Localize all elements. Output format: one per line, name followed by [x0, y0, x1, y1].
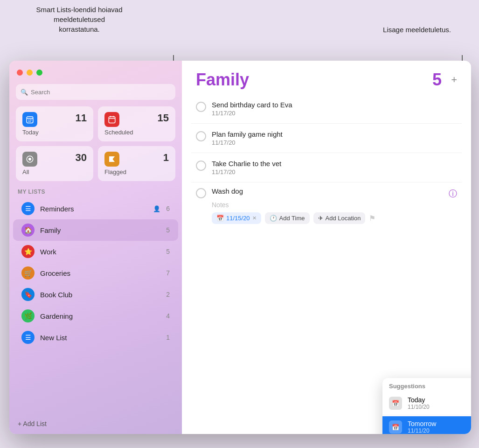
newlist-icon: ☰ — [21, 331, 35, 344]
today-count: 11 — [76, 112, 87, 124]
suggestions-header: Suggestions — [382, 378, 471, 392]
svg-point-8 — [28, 158, 31, 161]
reminders-count: 6 — [166, 205, 170, 212]
reminder-body-4: Wash dog — [212, 187, 443, 195]
work-icon: ⭐ — [21, 245, 35, 258]
work-count: 5 — [166, 248, 170, 255]
suggestion-today-date: 11/10/20 — [408, 404, 430, 410]
sidebar-item-reminders[interactable]: ☰ Reminders 👤 6 — [13, 198, 178, 219]
reminder-checkbox-3[interactable] — [196, 161, 206, 171]
all-count: 30 — [76, 152, 87, 164]
flagged-label: Flagged — [104, 168, 169, 175]
maximize-button[interactable] — [36, 70, 42, 76]
smart-card-scheduled[interactable]: 15 Scheduled — [98, 106, 175, 141]
smart-lists-grid: 17 11 Today — [9, 106, 182, 189]
reminder-title-4: Wash dog — [212, 187, 443, 195]
sidebar-item-family[interactable]: 🏠 Family 5 — [13, 219, 178, 241]
suggestion-today-name: Today — [408, 396, 430, 404]
titlebar — [9, 61, 182, 84]
suggestions-dropdown: Suggestions 📅 Today 11/10/20 📅 Tomorrow … — [382, 378, 471, 434]
list-items: ☰ Reminders 👤 6 🏠 Family 5 ⭐ Work 5 🛒 Gr… — [9, 198, 182, 413]
gardening-count: 4 — [166, 312, 170, 320]
reminder-title-2: Plan family game night — [212, 130, 457, 138]
flag-icon[interactable]: ⚑ — [369, 214, 375, 223]
family-count: 5 — [166, 226, 170, 234]
reminder-checkbox-2[interactable] — [196, 131, 206, 141]
callout-top-left: Smart Lists-loendid hoiavad meeldetuletu… — [14, 5, 145, 34]
suggestion-tomorrow-icon: 📅 — [389, 420, 402, 434]
sidebar-item-bookclub[interactable]: 🔖 Book Club 2 — [13, 284, 178, 305]
family-label: Family — [40, 226, 160, 234]
suggestion-tomorrow-name: Tomorrow — [408, 420, 436, 427]
main-header: Family 5 + — [182, 61, 471, 94]
reminder-checkbox-4[interactable] — [196, 188, 206, 198]
reminder-checkbox-1[interactable] — [196, 102, 206, 112]
smart-card-flagged[interactable]: 1 Flagged — [98, 146, 175, 181]
today-icon: 17 — [22, 112, 37, 127]
sidebar-item-newlist[interactable]: ☰ New List 1 — [13, 327, 178, 348]
smart-card-today[interactable]: 17 11 Today — [16, 106, 93, 141]
reminder-date-3: 11/17/20 — [212, 168, 457, 175]
smart-card-all[interactable]: 30 All — [16, 146, 93, 181]
suggestion-tomorrow-date: 11/11/20 — [408, 427, 436, 434]
reminder-item-wash-dog: Wash dog ⓘ Notes 📅 11/15/20 ✕ 🕐 Add Time — [191, 182, 462, 228]
flagged-icon — [104, 152, 119, 167]
add-location-btn[interactable]: ✈ Add Location — [313, 212, 366, 224]
groceries-label: Groceries — [40, 269, 160, 277]
groceries-count: 7 — [166, 269, 170, 277]
reminder-notes-placeholder[interactable]: Notes — [212, 201, 457, 209]
main-content: Family 5 + Send birthday card to Eva 11/… — [182, 61, 471, 434]
reminder-date-2: 11/17/20 — [212, 139, 457, 146]
reminder-body-3: Take Charlie to the vet 11/17/20 — [212, 160, 457, 175]
sidebar: 🔍 17 11 Today — [9, 61, 182, 434]
family-icon: 🏠 — [21, 224, 35, 237]
sidebar-item-gardening[interactable]: 🌿 Gardening 4 — [13, 305, 178, 327]
gardening-icon: 🌿 — [21, 309, 35, 322]
work-label: Work — [40, 248, 160, 256]
info-icon[interactable]: ⓘ — [449, 188, 457, 199]
add-list-button[interactable]: + Add List — [9, 413, 182, 434]
search-icon: 🔍 — [21, 89, 28, 96]
suggestion-today-icon: 📅 — [389, 397, 402, 410]
app-window: 🔍 17 11 Today — [9, 61, 471, 434]
suggestion-tomorrow[interactable]: 📅 Tomorrow 11/11/20 — [382, 416, 471, 434]
suggestion-tomorrow-body: Tomorrow 11/11/20 — [408, 420, 436, 434]
suggestion-today[interactable]: 📅 Today 11/10/20 — [382, 392, 471, 414]
my-lists-label: My Lists — [9, 189, 182, 198]
add-time-btn[interactable]: 🕐 Add Time — [265, 212, 310, 224]
close-button[interactable] — [17, 70, 23, 76]
scheduled-count: 15 — [158, 112, 169, 124]
all-icon — [22, 152, 37, 167]
add-time-label: Add Time — [279, 215, 305, 222]
scheduled-label: Scheduled — [104, 129, 169, 136]
flagged-count: 1 — [163, 152, 169, 164]
suggestion-today-body: Today 11/10/20 — [408, 396, 430, 410]
date-tag-close[interactable]: ✕ — [252, 215, 257, 221]
bookclub-count: 2 — [166, 291, 170, 298]
bookclub-icon: 🔖 — [21, 288, 35, 301]
sidebar-item-work[interactable]: ⭐ Work 5 — [13, 241, 178, 262]
main-list-title: Family — [196, 70, 249, 90]
sidebar-item-groceries[interactable]: 🛒 Groceries 7 — [13, 262, 178, 284]
reminder-item-plan-game: Plan family game night 11/17/20 — [191, 124, 462, 153]
location-icon: ✈ — [318, 215, 323, 222]
date-tag[interactable]: 📅 11/15/20 ✕ — [212, 212, 261, 224]
reminders-icon: ☰ — [21, 202, 35, 215]
reminder-toolbar: 📅 11/15/20 ✕ 🕐 Add Time ✈ Add Location ⚑ — [212, 212, 457, 224]
date-tag-value: 11/15/20 — [226, 215, 250, 222]
reminders-label: Reminders — [40, 205, 147, 213]
reminder-title-1: Send birthday card to Eva — [212, 101, 457, 109]
wash-dog-top: Wash dog ⓘ — [196, 187, 457, 199]
search-input[interactable] — [31, 89, 171, 96]
add-list-label: + Add List — [18, 420, 47, 427]
minimize-button[interactable] — [27, 70, 33, 76]
reminder-title-3: Take Charlie to the vet — [212, 160, 457, 168]
svg-rect-3 — [109, 117, 115, 123]
add-reminder-button[interactable]: + — [451, 74, 457, 86]
bookclub-label: Book Club — [40, 291, 160, 299]
newlist-label: New List — [40, 334, 160, 342]
main-list-count: 5 — [432, 70, 442, 90]
newlist-count: 1 — [166, 334, 170, 341]
callout-top-right: Lisage meeldetuletus. — [383, 26, 451, 34]
scheduled-icon — [104, 112, 119, 127]
